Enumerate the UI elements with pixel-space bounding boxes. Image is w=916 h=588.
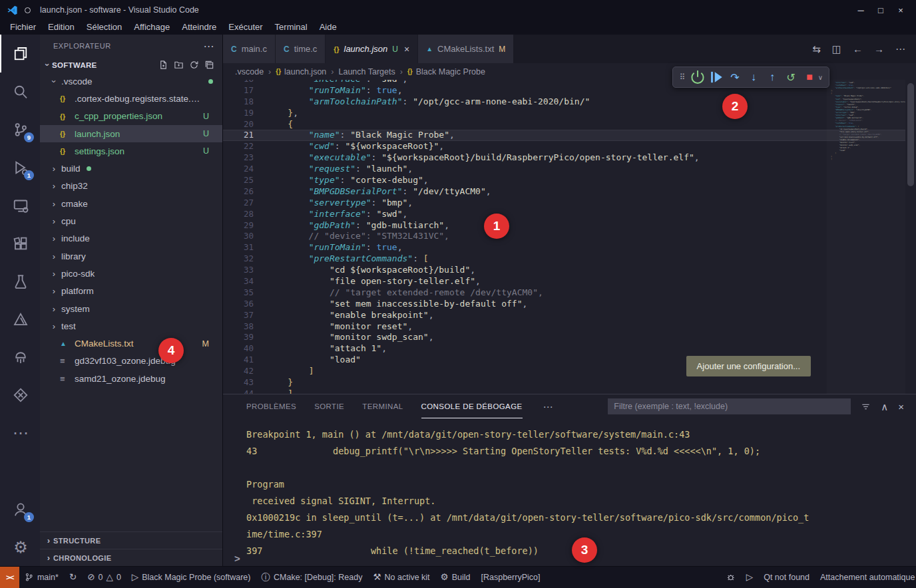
tree-file-cmakelists-txt[interactable]: ▲CMakeLists.txtM <box>40 335 222 352</box>
code-line[interactable]: 44 ] <box>223 388 905 394</box>
tab-cmakelists-txt[interactable]: ▲CMakeLists.txtM <box>418 35 514 63</box>
code-line[interactable]: 35 // "target extended-remote /dev/ttyAC… <box>223 287 905 299</box>
go-forward-icon[interactable]: → <box>874 44 884 54</box>
breadcrumb-item-vscode[interactable]: .vscode <box>235 67 264 76</box>
collapse-folders-icon[interactable] <box>204 60 214 70</box>
activity-item-settings[interactable]: ⚙ <box>0 528 40 566</box>
tree-file-gd32vf103-ozone-jdebug[interactable]: ≡gd32vf103_ozone.jdebug <box>40 353 222 370</box>
maximize-button[interactable]: □ <box>871 5 891 15</box>
code-line[interactable]: 31 "runToMain": true, <box>223 242 905 253</box>
split-editor-icon[interactable]: ◫ <box>832 44 841 54</box>
tree-folder-chip32[interactable]: ›chip32 <box>40 178 222 195</box>
status-cmake-launch-target[interactable]: [RaspberryPico] <box>476 573 546 582</box>
tree-folder-system[interactable]: ›system <box>40 300 222 317</box>
tab-launch-json[interactable]: {}launch.jsonU× <box>326 35 418 63</box>
tree-file-settings-json[interactable]: {}settings.jsonU <box>40 142 222 160</box>
code-line[interactable]: 32 "preRestartCommands": [ <box>223 253 905 265</box>
activity-item-extension-a[interactable] <box>0 338 40 376</box>
activity-item-remote-explorer[interactable] <box>0 186 40 224</box>
tree-file-launch-json[interactable]: {}launch.jsonU <box>40 125 222 142</box>
status-debug-target[interactable]: ▷Black Magic Probe (software) <box>126 573 256 582</box>
refresh-explorer-icon[interactable] <box>189 60 199 70</box>
continue-button[interactable] <box>708 69 725 86</box>
code-line[interactable]: 39 "monitor swdp_scan", <box>223 332 905 343</box>
code-line[interactable]: 21 "name": "Black Magic Probe", <box>223 130 905 141</box>
tree-folder-build[interactable]: ›build <box>40 160 222 177</box>
new-folder-icon[interactable] <box>174 60 184 70</box>
menu-atteindre[interactable]: Atteindre <box>176 20 222 35</box>
status-cmake-status[interactable]: ⓘCMake: [Debug]: Ready <box>256 573 367 582</box>
code-line[interactable]: 28 "interface": "swd", <box>223 209 905 220</box>
code-line[interactable]: 26 "BMPGDBSerialPort": "/dev/ttyACM0", <box>223 186 905 198</box>
status-run-button[interactable]: ▷ <box>741 573 758 582</box>
activity-item-accounts[interactable]: 1 <box>0 490 40 528</box>
code-line[interactable]: 18 "armToolchainPath": "/opt/gcc-arm-non… <box>223 96 905 108</box>
step-into-button[interactable]: ↓ <box>745 69 762 86</box>
tree-file-cortex-debug-registers-state-json[interactable]: {}.cortex-debug.registers.state.json <box>40 90 222 107</box>
code-line[interactable]: 38 "monitor reset", <box>223 321 905 333</box>
new-file-icon[interactable] <box>158 60 168 70</box>
code-line[interactable]: 24 "request": "launch", <box>223 164 905 175</box>
console-prompt-icon[interactable]: > <box>234 553 240 564</box>
menu-aide[interactable]: Aide <box>314 20 343 35</box>
panel-tab-terminal[interactable]: TERMINAL <box>362 394 403 418</box>
code-line[interactable]: 25 "type": "cortex-debug", <box>223 175 905 186</box>
tab-main-c[interactable]: Cmain.c <box>223 35 276 63</box>
step-over-button[interactable]: ↷ <box>726 69 744 86</box>
tree-folder-library[interactable]: ›library <box>40 247 222 265</box>
activity-item-search[interactable] <box>0 73 40 110</box>
editor-scrollbar[interactable] <box>907 83 914 186</box>
code-editor[interactable]: 16 "interface": "swd",17 "runToMain": tr… <box>223 80 916 394</box>
code-line[interactable]: 30 // "device": "STM32L431VC", <box>223 231 905 242</box>
open-changes-icon[interactable]: ⇆ <box>812 44 821 54</box>
add-configuration-button[interactable]: Ajouter une configuration... <box>686 356 811 376</box>
code-line[interactable]: 34 "file open-story-teller.elf", <box>223 276 905 287</box>
breadcrumb-item-launch-targets[interactable]: Launch Targets <box>338 67 395 76</box>
menu-selection[interactable]: Sélection <box>81 20 128 35</box>
panel-tab-output[interactable]: SORTIE <box>314 394 344 418</box>
activity-item-source-control[interactable]: 9 <box>0 110 40 148</box>
status-cmake-build[interactable]: ⚙Build <box>435 573 476 582</box>
code-line[interactable]: 37 "enable breakpoint", <box>223 310 905 321</box>
debug-console-output[interactable]: Breakpoint 1, main () at /mnt/data/git/o… <box>223 418 916 566</box>
activity-item-extension-b[interactable] <box>0 376 40 414</box>
filter-icon[interactable] <box>861 402 871 412</box>
tree-folder-cpu[interactable]: ›cpu <box>40 212 222 229</box>
menu-executer[interactable]: Exécuter <box>222 20 268 35</box>
status-git-branch[interactable]: main* <box>19 573 63 582</box>
code-line[interactable]: 20 { <box>223 119 905 130</box>
tree-file-samd21-ozone-jdebug[interactable]: ≡samd21_ozone.jdebug <box>40 370 222 387</box>
tab-time-c[interactable]: Ctime.c <box>276 35 326 63</box>
code-line[interactable]: 36 "set mem inaccessible-by-default off"… <box>223 299 905 310</box>
breadcrumb-item-black-magic-probe[interactable]: {}Black Magic Probe <box>407 67 485 76</box>
close-panel-icon[interactable]: × <box>898 402 904 412</box>
activity-item-extensions[interactable] <box>0 224 40 262</box>
status-qt-status[interactable]: Qt not found <box>758 573 815 582</box>
panel-more-icon[interactable]: ⋯ <box>543 402 553 412</box>
sidebar-section-structure[interactable]: ›STRUCTURE <box>40 531 222 549</box>
console-filter-input[interactable] <box>608 398 851 414</box>
go-back-icon[interactable]: ← <box>853 44 863 54</box>
code-line[interactable]: 27 "servertype": "bmp", <box>223 198 905 209</box>
panel-tab-debug-console[interactable]: CONSOLE DE DÉBOGAGE <box>421 394 523 418</box>
power-button[interactable] <box>689 69 706 86</box>
tree-folder-pico-sdk[interactable]: ›pico-sdk <box>40 265 222 282</box>
activity-item-testing[interactable] <box>0 262 40 300</box>
code-line[interactable]: 29 "gdbPath": "gdb-multiarch", <box>223 220 905 231</box>
activity-item-run-debug[interactable]: 1 <box>0 148 40 186</box>
sidebar-section-chronologie[interactable]: ›CHRONOLOGIE <box>40 549 222 566</box>
code-line[interactable]: 22 "cwd": "${workspaceRoot}", <box>223 141 905 152</box>
menu-affichage[interactable]: Affichage <box>128 20 176 35</box>
tree-folder-vscode[interactable]: ›.vscode <box>40 73 222 90</box>
menu-terminal[interactable]: Terminal <box>269 20 314 35</box>
tree-folder-test[interactable]: ›test <box>40 317 222 335</box>
code-line[interactable]: 43 } <box>223 377 905 388</box>
editor-more-actions-icon[interactable]: ⋯ <box>895 44 905 54</box>
status-cmake-kit[interactable]: ⚒No active kit <box>367 573 435 582</box>
code-area[interactable]: 16 "interface": "swd",17 "runToMain": tr… <box>223 80 905 394</box>
minimap[interactable]: "interface": "swd", "runToMain": true, "… <box>827 80 905 394</box>
code-line[interactable]: 40 "attach 1", <box>223 343 905 355</box>
maximize-panel-icon[interactable]: ∧ <box>881 402 888 412</box>
status-auto-attach[interactable]: Attachement automatique <box>815 573 916 582</box>
activity-item-cmake-tools[interactable] <box>0 300 40 338</box>
